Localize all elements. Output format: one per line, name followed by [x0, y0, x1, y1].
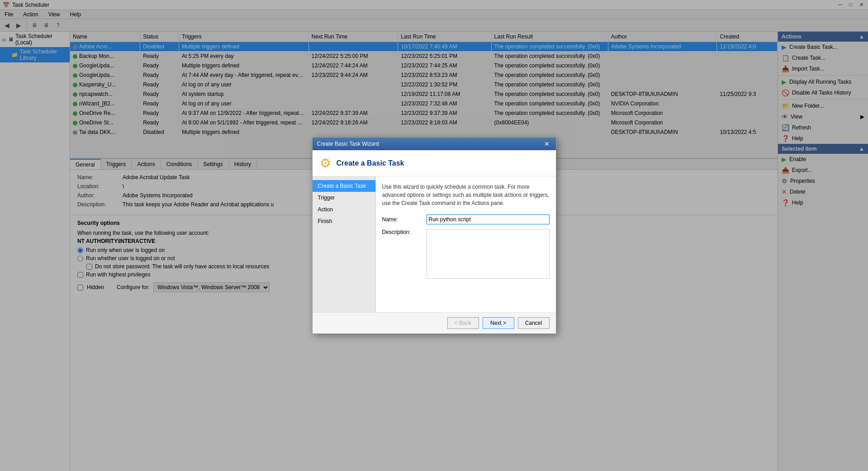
modal-footer: < Back Next > Cancel [313, 312, 556, 333]
modal-overlay: Create Basic Task Wizard ✕ ⚙ Create a Ba… [0, 0, 868, 471]
modal-content: Use this wizard to quickly schedule a co… [376, 176, 556, 312]
cancel-button[interactable]: Cancel [518, 317, 550, 329]
modal-title: Create Basic Task Wizard [317, 141, 379, 147]
modal-description: Use this wizard to quickly schedule a co… [382, 183, 550, 207]
form-name-label: Name: [382, 216, 423, 223]
modal-header-title: Create a Basic Task [337, 159, 404, 167]
modal-nav-finish[interactable]: Finish [313, 215, 375, 227]
modal-nav-action[interactable]: Action [313, 204, 375, 215]
modal-header-icon: ⚙ [320, 156, 331, 171]
form-description-textarea[interactable] [427, 229, 550, 279]
back-button[interactable]: < Back [447, 317, 479, 329]
modal-nav-create-basic[interactable]: Create a Basic Task [313, 180, 375, 192]
modal-dialog: Create Basic Task Wizard ✕ ⚙ Create a Ba… [312, 137, 556, 334]
modal-header: ⚙ Create a Basic Task [313, 150, 556, 176]
form-description-row: Description: [382, 229, 550, 279]
modal-nav: Create a Basic Task Trigger Action Finis… [313, 176, 376, 312]
next-button[interactable]: Next > [483, 317, 514, 329]
modal-body: Create a Basic Task Trigger Action Finis… [313, 176, 556, 312]
modal-nav-trigger[interactable]: Trigger [313, 192, 375, 204]
form-name-row: Name: [382, 214, 550, 224]
modal-close-button[interactable]: ✕ [542, 140, 551, 147]
form-description-label: Description: [382, 229, 423, 235]
modal-titlebar: Create Basic Task Wizard ✕ [313, 138, 556, 150]
form-name-input[interactable] [427, 214, 550, 224]
